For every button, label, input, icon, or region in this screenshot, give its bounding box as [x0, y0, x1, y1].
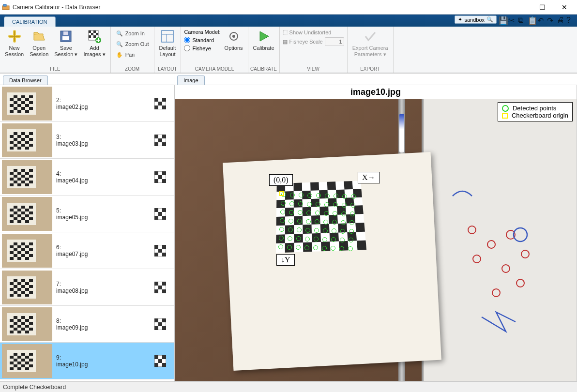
close-button[interactable]: ✕ [553, 0, 575, 15]
svg-rect-199 [162, 326, 166, 330]
list-item[interactable]: 5: image05.jpg [0, 196, 174, 232]
svg-rect-55 [10, 141, 14, 144]
svg-rect-165 [10, 294, 14, 297]
svg-rect-104 [14, 211, 17, 214]
svg-rect-215 [21, 364, 25, 367]
svg-rect-211 [10, 362, 14, 364]
svg-rect-184 [29, 322, 33, 325]
svg-rect-46 [14, 132, 17, 135]
add-images-label: Add Images ▾ [83, 45, 105, 58]
image-list[interactable]: 2: image02.jpg 3: image03.jpg 4: image04… [0, 85, 174, 381]
floppy-icon [58, 29, 74, 44]
svg-point-234 [514, 228, 527, 241]
svg-rect-60 [29, 144, 33, 147]
svg-rect-197 [158, 322, 162, 326]
default-layout-button[interactable]: Default Layout [156, 28, 179, 59]
svg-rect-7 [93, 30, 96, 33]
svg-rect-43 [162, 106, 166, 109]
save-icon[interactable]: 💾 [499, 16, 506, 24]
svg-rect-9 [96, 33, 98, 35]
status-text: Complete Checkerboard [3, 384, 66, 391]
svg-rect-63 [25, 147, 29, 150]
list-item[interactable]: 6: image07.jpg [0, 232, 174, 269]
app-icon [2, 3, 10, 11]
export-params-button[interactable]: Export Camera Parameters ▾ [349, 28, 391, 59]
svg-rect-135 [25, 251, 29, 254]
group-export: Export Camera Parameters ▾ EXPORT [348, 27, 394, 73]
copy-icon[interactable]: ⧉ [518, 16, 526, 24]
svg-rect-177 [21, 316, 25, 319]
new-session-button[interactable]: New Session [2, 28, 27, 59]
thumbnail [2, 123, 52, 157]
svg-rect-170 [162, 282, 166, 286]
svg-rect-178 [29, 316, 33, 319]
calibrate-button[interactable]: Calibrate [250, 28, 277, 52]
svg-rect-76 [17, 172, 21, 175]
list-item[interactable]: 8: image09.jpg [0, 306, 174, 343]
redo-icon[interactable]: ↷ [547, 16, 555, 24]
tab-calibration[interactable]: CALIBRATION [4, 16, 56, 27]
zoom-out-button[interactable]: 🔍Zoom Out [114, 39, 151, 49]
svg-rect-141 [25, 257, 29, 260]
list-item[interactable]: 7: image08.jpg [0, 269, 174, 306]
fisheye-scale-input[interactable] [325, 37, 344, 46]
zoom-in-button[interactable]: 🔍Zoom In [114, 29, 151, 38]
cut-icon[interactable]: ✂ [508, 16, 516, 24]
radio-fisheye[interactable]: Fisheye [184, 45, 220, 52]
svg-rect-81 [10, 178, 14, 181]
svg-rect-13 [162, 30, 173, 42]
svg-rect-73 [21, 169, 25, 172]
svg-rect-32 [14, 107, 17, 110]
svg-rect-198 [154, 326, 158, 330]
options-button[interactable]: Options [222, 28, 246, 52]
pan-button[interactable]: ✋Pan [114, 50, 151, 60]
group-camera-model-label: CAMERA MODEL [183, 65, 245, 73]
group-zoom-label: ZOOM [113, 65, 152, 73]
svg-rect-74 [29, 169, 33, 172]
item-filename: image10.jpg [56, 361, 88, 368]
svg-rect-11 [93, 35, 96, 38]
list-item[interactable]: 4: image04.jpg [0, 159, 174, 196]
svg-rect-10 [89, 35, 91, 38]
thumbnail [2, 271, 52, 304]
list-item[interactable]: 2: image02.jpg [0, 85, 174, 122]
paste-icon[interactable]: 📋 [528, 16, 535, 24]
image-canvas[interactable]: (0,0) X→ ↓Y Detected points Checkerboard… [175, 99, 577, 381]
list-item[interactable]: 3: image03.jpg [0, 122, 174, 159]
svg-rect-3 [62, 36, 69, 40]
svg-point-227 [487, 241, 495, 248]
item-index: 9: [56, 354, 88, 361]
svg-rect-181 [25, 319, 29, 322]
add-images-button[interactable]: Add Images ▾ [80, 28, 108, 59]
svg-rect-52 [14, 138, 17, 141]
svg-rect-8 [91, 33, 93, 35]
sandbox-pill[interactable]: ✦ sandbox 🔍 [455, 15, 497, 24]
sandbox-label: sandbox [464, 17, 485, 23]
radio-standard[interactable]: Standard [184, 36, 220, 44]
maximize-button[interactable]: ☐ [531, 0, 553, 15]
tab-image[interactable]: Image [177, 75, 205, 85]
print-icon[interactable]: 🖨 [557, 16, 564, 24]
show-undistorted-check[interactable]: ⬚Show Undistorted [283, 29, 344, 36]
tab-data-browser[interactable]: Data Browser [3, 75, 48, 85]
group-layout: Default Layout LAYOUT [154, 27, 182, 73]
svg-rect-150 [14, 279, 17, 282]
svg-rect-68 [154, 142, 158, 146]
open-session-button[interactable]: Open Session [27, 28, 51, 59]
svg-rect-4 [63, 31, 68, 35]
list-item[interactable]: 9: image10.jpg [0, 343, 174, 379]
save-session-button[interactable]: Save Session ▾ [51, 28, 80, 59]
ann-x: X→ [358, 172, 380, 183]
svg-rect-158 [29, 285, 33, 288]
undo-icon[interactable]: ↶ [537, 16, 545, 24]
group-layout-label: LAYOUT [156, 65, 179, 73]
svg-rect-130 [14, 248, 17, 251]
svg-rect-30 [17, 104, 21, 107]
svg-rect-41 [158, 102, 162, 106]
item-index: 5: [56, 207, 88, 214]
minimize-button[interactable]: — [510, 0, 531, 15]
svg-rect-66 [162, 135, 166, 138]
image-title: image10.jpg [175, 85, 577, 99]
help-icon[interactable]: ? [566, 16, 574, 24]
svg-rect-88 [17, 183, 21, 186]
